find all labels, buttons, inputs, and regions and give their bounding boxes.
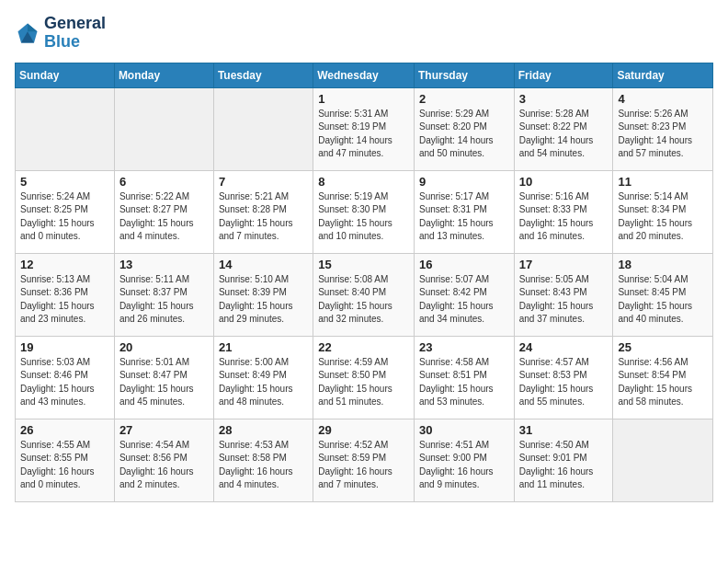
day-info: Sunrise: 4:56 AMSunset: 8:54 PMDaylight:… [618, 356, 708, 409]
day-info: Sunrise: 5:13 AMSunset: 8:36 PMDaylight:… [20, 273, 109, 327]
day-number: 7 [219, 175, 308, 189]
day-number: 28 [219, 423, 308, 437]
logo-icon [15, 20, 40, 46]
day-info: Sunrise: 5:08 AMSunset: 8:40 PMDaylight:… [318, 273, 409, 327]
calendar-cell: 28Sunrise: 4:53 AMSunset: 8:58 PMDayligh… [213, 419, 313, 501]
day-info: Sunrise: 4:52 AMSunset: 8:59 PMDaylight:… [318, 439, 409, 492]
day-number: 2 [419, 92, 509, 106]
calendar-cell: 2Sunrise: 5:29 AMSunset: 8:20 PMDaylight… [414, 87, 514, 170]
day-info: Sunrise: 5:14 AMSunset: 8:34 PMDaylight:… [618, 190, 708, 244]
calendar-cell: 7Sunrise: 5:21 AMSunset: 8:28 PMDaylight… [213, 170, 313, 253]
day-number: 22 [318, 340, 409, 354]
calendar-cell: 12Sunrise: 5:13 AMSunset: 8:36 PMDayligh… [16, 253, 115, 336]
day-number: 17 [519, 258, 609, 271]
day-number: 11 [618, 175, 708, 189]
calendar-cell: 26Sunrise: 4:55 AMSunset: 8:55 PMDayligh… [16, 419, 115, 501]
calendar-cell: 19Sunrise: 5:03 AMSunset: 8:46 PMDayligh… [16, 336, 115, 419]
calendar-cell: 6Sunrise: 5:22 AMSunset: 8:27 PMDaylight… [114, 170, 213, 253]
day-number: 23 [419, 340, 509, 354]
day-number: 31 [519, 423, 609, 437]
day-info: Sunrise: 5:24 AMSunset: 8:25 PMDaylight:… [20, 190, 109, 244]
calendar-cell: 23Sunrise: 4:58 AMSunset: 8:51 PMDayligh… [414, 336, 514, 419]
day-number: 9 [419, 175, 509, 189]
day-number: 18 [618, 258, 708, 271]
calendar-cell: 5Sunrise: 5:24 AMSunset: 8:25 PMDaylight… [16, 170, 115, 253]
day-info: Sunrise: 4:51 AMSunset: 9:00 PMDaylight:… [419, 439, 509, 492]
day-info: Sunrise: 5:19 AMSunset: 8:30 PMDaylight:… [318, 190, 409, 244]
calendar-cell: 22Sunrise: 4:59 AMSunset: 8:50 PMDayligh… [313, 336, 415, 419]
day-info: Sunrise: 5:31 AMSunset: 8:19 PMDaylight:… [318, 108, 409, 161]
day-info: Sunrise: 5:05 AMSunset: 8:43 PMDaylight:… [519, 273, 609, 327]
calendar-cell: 24Sunrise: 4:57 AMSunset: 8:53 PMDayligh… [514, 336, 613, 419]
day-info: Sunrise: 5:16 AMSunset: 8:33 PMDaylight:… [519, 190, 609, 244]
calendar-cell: 10Sunrise: 5:16 AMSunset: 8:33 PMDayligh… [514, 170, 613, 253]
calendar-cell: 1Sunrise: 5:31 AMSunset: 8:19 PMDaylight… [313, 87, 415, 170]
calendar-cell [114, 87, 213, 170]
calendar-cell: 27Sunrise: 4:54 AMSunset: 8:56 PMDayligh… [114, 419, 213, 501]
day-header-friday: Friday [514, 63, 613, 87]
day-header-thursday: Thursday [414, 63, 514, 87]
calendar-cell: 16Sunrise: 5:07 AMSunset: 8:42 PMDayligh… [414, 253, 514, 336]
day-header-wednesday: Wednesday [313, 63, 415, 87]
day-info: Sunrise: 5:03 AMSunset: 8:46 PMDaylight:… [20, 356, 109, 409]
calendar-cell: 31Sunrise: 4:50 AMSunset: 9:01 PMDayligh… [514, 419, 613, 501]
calendar-cell: 11Sunrise: 5:14 AMSunset: 8:34 PMDayligh… [613, 170, 713, 253]
day-info: Sunrise: 5:00 AMSunset: 8:49 PMDaylight:… [219, 356, 308, 409]
day-number: 14 [219, 258, 308, 271]
calendar-cell: 9Sunrise: 5:17 AMSunset: 8:31 PMDaylight… [414, 170, 514, 253]
calendar-cell: 17Sunrise: 5:05 AMSunset: 8:43 PMDayligh… [514, 253, 613, 336]
calendar-cell: 25Sunrise: 4:56 AMSunset: 8:54 PMDayligh… [613, 336, 713, 419]
day-number: 20 [119, 340, 209, 354]
day-info: Sunrise: 4:50 AMSunset: 9:01 PMDaylight:… [519, 439, 609, 492]
day-info: Sunrise: 4:59 AMSunset: 8:50 PMDaylight:… [318, 356, 409, 409]
day-number: 12 [20, 258, 109, 271]
day-info: Sunrise: 4:58 AMSunset: 8:51 PMDaylight:… [419, 356, 509, 409]
day-number: 4 [618, 92, 708, 106]
logo: General Blue [15, 15, 106, 52]
day-info: Sunrise: 5:01 AMSunset: 8:47 PMDaylight:… [119, 356, 209, 409]
calendar-cell [16, 87, 115, 170]
day-number: 5 [20, 175, 109, 189]
day-info: Sunrise: 5:07 AMSunset: 8:42 PMDaylight:… [419, 273, 509, 327]
day-header-tuesday: Tuesday [213, 63, 313, 87]
day-info: Sunrise: 4:54 AMSunset: 8:56 PMDaylight:… [119, 439, 209, 492]
day-number: 13 [119, 258, 209, 271]
calendar-table: SundayMondayTuesdayWednesdayThursdayFrid… [15, 63, 713, 502]
day-number: 24 [519, 340, 609, 354]
logo-text: General Blue [44, 15, 106, 52]
day-info: Sunrise: 5:26 AMSunset: 8:23 PMDaylight:… [618, 108, 708, 161]
day-header-monday: Monday [114, 63, 213, 87]
calendar-cell: 3Sunrise: 5:28 AMSunset: 8:22 PMDaylight… [514, 87, 613, 170]
calendar-cell: 13Sunrise: 5:11 AMSunset: 8:37 PMDayligh… [114, 253, 213, 336]
day-number: 10 [519, 175, 609, 189]
day-number: 21 [219, 340, 308, 354]
calendar-cell: 4Sunrise: 5:26 AMSunset: 8:23 PMDaylight… [613, 87, 713, 170]
calendar-cell: 15Sunrise: 5:08 AMSunset: 8:40 PMDayligh… [313, 253, 415, 336]
calendar-cell [613, 419, 713, 501]
day-info: Sunrise: 5:22 AMSunset: 8:27 PMDaylight:… [119, 190, 209, 244]
day-info: Sunrise: 5:10 AMSunset: 8:39 PMDaylight:… [219, 273, 308, 327]
calendar-cell: 20Sunrise: 5:01 AMSunset: 8:47 PMDayligh… [114, 336, 213, 419]
day-number: 19 [20, 340, 109, 354]
day-number: 25 [618, 340, 708, 354]
day-info: Sunrise: 4:55 AMSunset: 8:55 PMDaylight:… [20, 439, 109, 492]
day-info: Sunrise: 5:17 AMSunset: 8:31 PMDaylight:… [419, 190, 509, 244]
day-number: 3 [519, 92, 609, 106]
day-number: 30 [419, 423, 509, 437]
calendar-cell [213, 87, 313, 170]
day-number: 15 [318, 258, 409, 271]
day-info: Sunrise: 5:29 AMSunset: 8:20 PMDaylight:… [419, 108, 509, 161]
page-header: General Blue [15, 15, 713, 52]
day-info: Sunrise: 4:53 AMSunset: 8:58 PMDaylight:… [219, 439, 308, 492]
day-number: 27 [119, 423, 209, 437]
day-number: 6 [119, 175, 209, 189]
calendar-cell: 18Sunrise: 5:04 AMSunset: 8:45 PMDayligh… [613, 253, 713, 336]
calendar-cell: 21Sunrise: 5:00 AMSunset: 8:49 PMDayligh… [213, 336, 313, 419]
day-number: 8 [318, 175, 409, 189]
day-header-sunday: Sunday [16, 63, 115, 87]
calendar-cell: 8Sunrise: 5:19 AMSunset: 8:30 PMDaylight… [313, 170, 415, 253]
day-info: Sunrise: 4:57 AMSunset: 8:53 PMDaylight:… [519, 356, 609, 409]
day-info: Sunrise: 5:11 AMSunset: 8:37 PMDaylight:… [119, 273, 209, 327]
day-number: 16 [419, 258, 509, 271]
day-number: 29 [318, 423, 409, 437]
